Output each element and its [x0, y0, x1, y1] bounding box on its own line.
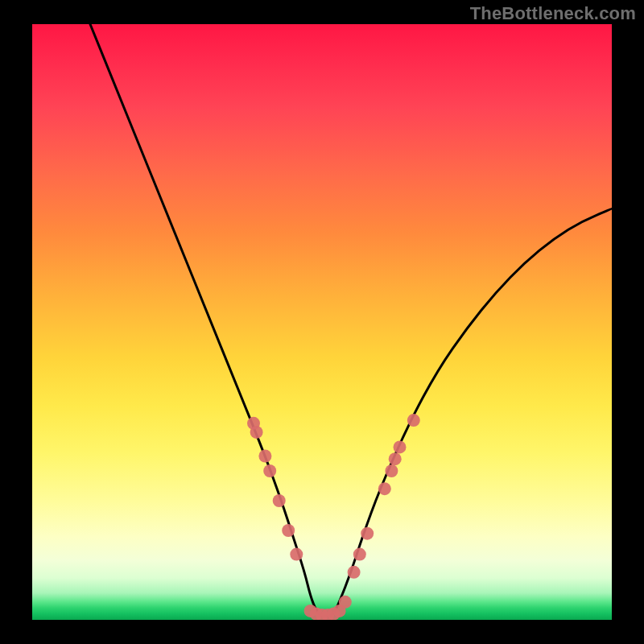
watermark-text: TheBottleneck.com — [470, 3, 636, 24]
marker-dot — [273, 494, 286, 507]
marker-dot — [282, 524, 295, 537]
marker-dot — [407, 414, 420, 427]
marker-dot — [394, 440, 407, 453]
marker-dot — [389, 452, 402, 465]
curve-path — [90, 24, 612, 617]
marker-dot — [385, 464, 398, 477]
plot-area — [32, 24, 612, 620]
marker-dot — [290, 548, 303, 561]
marker-dot — [263, 464, 276, 477]
marker-dot — [258, 450, 271, 463]
marker-dot — [250, 426, 263, 439]
curve-svg — [32, 24, 612, 620]
marker-dot — [361, 527, 374, 540]
marker-group — [247, 414, 420, 620]
marker-dot — [348, 566, 361, 579]
chart-stage: TheBottleneck.com — [0, 0, 644, 644]
marker-dot — [353, 548, 366, 561]
marker-dot — [378, 482, 391, 495]
marker-dot — [339, 596, 352, 609]
